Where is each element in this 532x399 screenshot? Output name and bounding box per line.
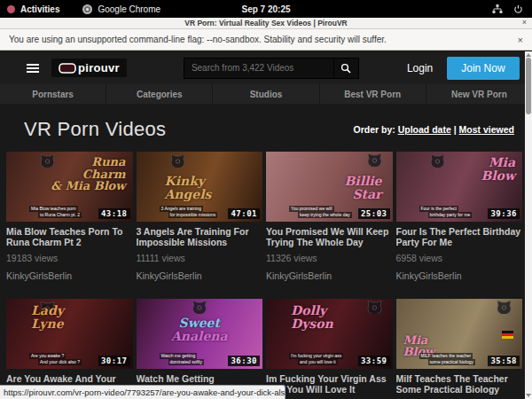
- duration-badge: 39:36: [488, 208, 520, 219]
- video-views: 19183 views: [6, 253, 133, 263]
- scrollbar-thumb[interactable]: [526, 58, 531, 114]
- thumbnail-caption: I'm fucking your virgin assand you will …: [289, 353, 343, 365]
- german-flag-icon: [502, 331, 513, 339]
- video-views: 6958 views: [396, 253, 523, 263]
- clock[interactable]: Sep 7 20:25: [0, 4, 532, 14]
- video-card: DollyDyson I'm fucking your virgin assan…: [266, 299, 393, 399]
- video-thumbnail[interactable]: MiaBlow Four is the perfectbirthday part…: [396, 152, 523, 222]
- video-card: BillieStar You promised we willkeep tryi…: [266, 152, 393, 281]
- video-title-link[interactable]: 3 Angels Are Training For Impossible Mis…: [137, 226, 263, 247]
- login-link[interactable]: Login: [407, 62, 433, 74]
- page-viewport: pirouvr Login Join Now PornstarsCategori…: [0, 51, 532, 399]
- search-icon: [340, 63, 351, 74]
- thumbnail-caption: Are you awake ?And your dick also ?: [29, 353, 82, 365]
- video-thumbnail[interactable]: BillieStar You promised we willkeep tryi…: [266, 152, 393, 222]
- order-separator: |: [454, 124, 457, 135]
- duration-badge: 25:03: [358, 208, 390, 219]
- system-top-bar: Activities Google Chrome Sep 7 20:25: [0, 0, 532, 18]
- vr-goggles-icon: [59, 63, 76, 74]
- order-upload-date-link[interactable]: Upload date: [398, 124, 451, 135]
- nav-item-new-vr-porn[interactable]: New VR Porn: [426, 84, 532, 104]
- duration-badge: 35:58: [488, 356, 520, 366]
- video-title-link[interactable]: Milf Teaches The Teacher Some Practical …: [396, 373, 523, 395]
- thumbnail-overlay-title: SweetAnalena: [171, 317, 228, 342]
- studio-cat-logo-icon: [367, 153, 382, 167]
- scrollbar-down-icon[interactable]: [526, 394, 531, 397]
- video-studio-link[interactable]: KinkyGirlsBerlin: [266, 270, 393, 281]
- screen: Activities Google Chrome Sep 7 20:25 VR …: [0, 0, 532, 399]
- video-thumbnail[interactable]: LadyLyne Are you awake ?And your dick al…: [6, 299, 133, 369]
- video-thumbnail[interactable]: KinkyAngels 3 Angels are trainingfor imp…: [137, 152, 263, 222]
- video-thumbnail[interactable]: SweetAnalena Watch me gettingdominated s…: [137, 299, 263, 369]
- duration-badge: 36:30: [228, 356, 260, 366]
- nav-item-studios[interactable]: Studios: [212, 84, 318, 104]
- status-url-bar: https://pirouvr.com/vr-porn-video/779325…: [0, 385, 286, 399]
- video-card: MiaBlow Four is the perfectbirthday part…: [396, 152, 523, 281]
- infobar-close-icon[interactable]: ×: [518, 35, 523, 45]
- join-now-button[interactable]: Join Now: [447, 57, 519, 80]
- video-card: RunaCharm& Mia Blow Mia Blow teaches por…: [6, 152, 133, 281]
- site-logo-text: pirouvr: [78, 61, 120, 74]
- scrollbar[interactable]: [525, 51, 532, 399]
- studio-cat-logo-icon: [192, 301, 207, 314]
- video-title-link[interactable]: Four Is The Perfect Birthday Party For M…: [396, 226, 523, 247]
- menu-hamburger-icon[interactable]: [27, 64, 39, 73]
- video-grid: RunaCharm& Mia Blow Mia Blow teaches por…: [6, 152, 522, 399]
- video-views: 11111 views: [137, 253, 263, 263]
- thumbnail-overlay-title: KinkyAngels: [165, 175, 212, 200]
- video-title-link[interactable]: Mia Blow Teaches Porn To Runa Charm Pt 2: [6, 226, 133, 247]
- thumbnail-overlay-title: RunaCharm& Mia Blow: [51, 156, 125, 192]
- video-thumbnail[interactable]: DollyDyson I'm fucking your virgin assan…: [266, 299, 393, 369]
- thumbnail-overlay-title: MiaBlow: [481, 156, 515, 182]
- video-studio-link[interactable]: KinkyGirlsBerlin: [137, 270, 263, 281]
- video-card: MiaBlow MILF teaches the teachersome pra…: [396, 299, 523, 399]
- page-heading-row: VR Porn Videos Order by: Upload date | M…: [0, 104, 532, 152]
- infobar-message: You are using an unsupported command-lin…: [9, 35, 387, 44]
- browser-tab-bar: VR Porn: Virtual Reality Sex Videos | Pi…: [0, 18, 532, 29]
- thumbnail-caption: Watch me gettingdominated softly: [160, 353, 204, 365]
- video-studio-link[interactable]: KinkyGirlsBerlin: [6, 270, 133, 281]
- studio-cat-logo-icon: [497, 301, 512, 314]
- studio-cat-logo-icon: [367, 301, 382, 314]
- site-header: pirouvr Login Join Now: [0, 51, 532, 84]
- studio-cat-logo-icon: [430, 154, 445, 168]
- video-thumbnail[interactable]: RunaCharm& Mia Blow Mia Blow teaches por…: [6, 152, 133, 222]
- tab-title: VR Porn: Virtual Reality Sex Videos | Pi…: [184, 19, 347, 27]
- duration-badge: 47:01: [228, 208, 260, 219]
- search-button[interactable]: [334, 58, 359, 79]
- duration-badge: 43:18: [98, 208, 130, 219]
- video-thumbnail[interactable]: MiaBlow MILF teaches the teachersome pra…: [396, 299, 523, 369]
- site-logo[interactable]: pirouvr: [51, 59, 127, 77]
- thumbnail-overlay-title: DollyDyson: [291, 304, 333, 330]
- order-by: Order by: Upload date | Most viewed: [353, 124, 514, 135]
- network-icon[interactable]: [492, 4, 503, 14]
- nav-item-pornstars[interactable]: Pornstars: [0, 84, 106, 104]
- video-views: 11326 views: [266, 253, 393, 263]
- order-by-label: Order by:: [353, 124, 395, 135]
- thumbnail-caption: 3 Angels are trainingfor impossible miss…: [160, 206, 218, 218]
- main-nav: PornstarsCategoriesStudiosBest VR PornNe…: [0, 84, 532, 104]
- nav-item-best-vr-porn[interactable]: Best VR Porn: [319, 84, 426, 104]
- power-icon[interactable]: [513, 4, 523, 14]
- video-studio-link[interactable]: KinkyGirlsBerlin: [396, 270, 523, 281]
- thumbnail-caption: You promised we willkeep trying the whol…: [289, 206, 352, 218]
- thumbnail-caption: Four is the perfectbirthday party for me: [419, 206, 473, 218]
- thumbnail-caption: MILF teaches the teachersome practical b…: [419, 353, 475, 365]
- video-card: KinkyAngels 3 Angels are trainingfor imp…: [137, 152, 263, 281]
- duration-badge: 33:59: [358, 356, 390, 366]
- page-title: VR Porn Videos: [24, 118, 166, 141]
- search-input[interactable]: [184, 58, 334, 79]
- scrollbar-up-icon[interactable]: [526, 53, 531, 57]
- thumbnail-caption: Mia Blow teaches pornto Runa Charm pt. 2: [29, 206, 82, 218]
- nav-item-categories[interactable]: Categories: [106, 84, 212, 104]
- thumbnail-overlay-title: BillieStar: [344, 175, 381, 200]
- duration-badge: 30:17: [98, 356, 130, 366]
- chrome-infobar: You are using an unsupported command-lin…: [0, 29, 532, 51]
- order-most-viewed-link[interactable]: Most viewed: [459, 124, 514, 135]
- video-title-link[interactable]: You Promised We Will Keep Trying The Who…: [266, 226, 393, 247]
- studio-cat-logo-icon: [170, 154, 185, 168]
- tab-close-icon[interactable]: ×: [522, 18, 527, 27]
- thumbnail-overlay-title: LadyLyne: [31, 304, 64, 330]
